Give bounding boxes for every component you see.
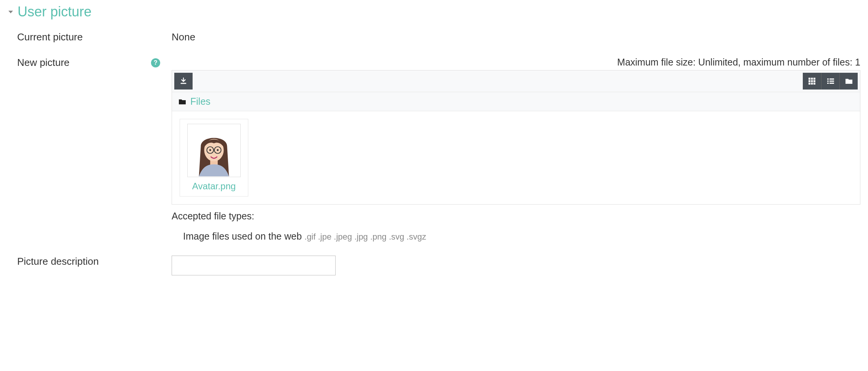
- label-new-picture-text: New picture: [17, 57, 69, 69]
- file-restrictions: Maximum file size: Unlimited, maximum nu…: [172, 57, 860, 68]
- breadcrumb-root-link[interactable]: Files: [190, 96, 211, 107]
- file-name: Avatar.png: [185, 181, 243, 192]
- svg-rect-15: [827, 83, 829, 84]
- accepted-types-detail: Image files used on the web .gif .jpe .j…: [172, 231, 860, 242]
- list-icon: [827, 77, 834, 85]
- svg-rect-8: [809, 83, 810, 85]
- svg-marker-0: [8, 11, 13, 13]
- folder-icon: [845, 78, 853, 85]
- label-picture-description: Picture description: [8, 256, 172, 267]
- svg-rect-3: [811, 78, 813, 80]
- value-current-picture: None: [172, 31, 860, 43]
- svg-rect-14: [829, 81, 834, 82]
- view-list-button[interactable]: [821, 73, 839, 90]
- svg-rect-7: [813, 80, 815, 82]
- new-picture-content: Maximum file size: Unlimited, maximum nu…: [172, 57, 860, 242]
- picture-description-input[interactable]: [172, 256, 336, 275]
- file-tile[interactable]: Avatar.png: [180, 119, 248, 197]
- download-icon: [179, 77, 188, 85]
- svg-rect-5: [809, 80, 810, 82]
- view-tree-button[interactable]: [839, 73, 858, 90]
- section-header: User picture: [8, 4, 860, 20]
- add-file-button[interactable]: [174, 73, 193, 90]
- avatar-image-icon: [188, 124, 240, 177]
- svg-rect-10: [813, 83, 815, 85]
- picture-description-content: [172, 256, 860, 275]
- svg-rect-6: [811, 80, 813, 82]
- file-toolbar: [172, 70, 860, 92]
- svg-point-23: [209, 149, 211, 151]
- grid-icon: [808, 77, 816, 85]
- file-thumbnail: [187, 124, 241, 177]
- view-buttons: [803, 73, 858, 90]
- section-title[interactable]: User picture: [18, 4, 92, 20]
- svg-rect-1: [181, 83, 186, 84]
- svg-rect-11: [827, 78, 829, 80]
- folder-small-icon: [178, 98, 186, 105]
- accepted-category: Image files used on the web: [183, 231, 302, 241]
- svg-rect-9: [811, 83, 813, 85]
- row-new-picture: New picture ? Maximum file size: Unlimit…: [8, 57, 860, 242]
- label-new-picture: New picture ?: [8, 57, 172, 69]
- view-grid-button[interactable]: [803, 73, 821, 90]
- chevron-down-icon: [8, 9, 14, 15]
- file-area[interactable]: Avatar.png: [172, 111, 860, 204]
- svg-point-24: [217, 149, 219, 151]
- help-icon[interactable]: ?: [151, 58, 160, 67]
- file-breadcrumb: Files: [172, 92, 860, 111]
- svg-rect-2: [809, 78, 810, 80]
- row-picture-description: Picture description: [8, 256, 860, 275]
- file-picker: Files: [172, 70, 860, 205]
- svg-rect-13: [827, 81, 829, 82]
- svg-rect-4: [813, 78, 815, 80]
- svg-rect-12: [829, 78, 834, 80]
- label-current-picture: Current picture: [8, 31, 172, 43]
- collapse-toggle[interactable]: [8, 9, 14, 15]
- svg-rect-16: [829, 83, 834, 84]
- accepted-extensions: .gif .jpe .jpeg .jpg .png .svg .svgz: [304, 232, 426, 241]
- row-current-picture: Current picture None: [8, 31, 860, 43]
- accepted-types-label: Accepted file types:: [172, 211, 860, 222]
